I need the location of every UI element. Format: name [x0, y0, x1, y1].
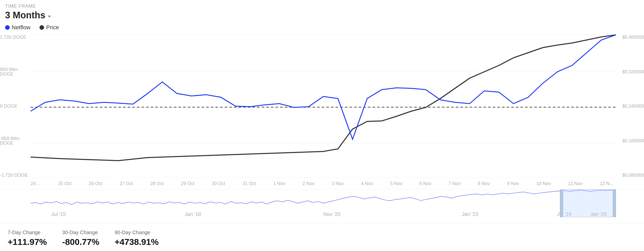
header: TIME FRAME 3 Months ⌄	[0, 4, 644, 22]
legend-item-netflow: Netflow	[5, 24, 30, 31]
x-label-7: 31 Oct	[243, 181, 256, 189]
mini-handle-right[interactable]	[613, 190, 616, 217]
x-label-6: 30 Oct	[212, 181, 225, 189]
main-chart: 1.72b DOGE 859.99m DOGE 0 DOGE -859.99m …	[0, 32, 644, 180]
x-label-14: 7 Nov	[449, 181, 461, 189]
chart-svg-container	[31, 32, 616, 180]
y-label-4: -859.99m DOGE	[0, 136, 31, 145]
svg-text:Jan '23: Jan '23	[462, 211, 478, 217]
y-label-3: 0 DOGE	[0, 104, 31, 108]
svg-text:Jan '18: Jan '18	[185, 211, 201, 217]
legend-item-price: Price	[39, 24, 59, 31]
main-container: TIME FRAME 3 Months ⌄ Netflow Price 1.72…	[0, 0, 644, 251]
timeframe-value-text: 3 Months	[5, 10, 45, 21]
y-label-1: 1.72b DOGE	[0, 35, 31, 39]
timeframe-selector[interactable]: 3 Months ⌄	[5, 10, 639, 21]
price-dot	[39, 25, 44, 30]
y-label-5: -1.72b DOGE	[0, 173, 31, 177]
x-label-15: 8 Nov	[478, 181, 490, 189]
chart-area: 1.72b DOGE 859.99m DOGE 0 DOGE -859.99m …	[0, 32, 644, 223]
x-label-4: 28 Oct	[150, 181, 164, 189]
netflow-dot	[5, 25, 10, 30]
y-label-r5: $0.080000	[616, 173, 644, 177]
mini-handle-left[interactable]	[560, 190, 563, 217]
y-label-2: 859.99m DOGE	[0, 67, 31, 76]
stats-row: 7-Day Change +111.97% 30-Day Change -800…	[0, 223, 644, 251]
mini-range-selector[interactable]	[560, 189, 616, 217]
chart-legend: Netflow Price	[0, 22, 644, 32]
mini-chart-svg-container: Jul '15 Jan '18 Nov '20 Jan '23 Jul '24 …	[31, 189, 616, 217]
x-label-12: 5 Nov	[390, 181, 402, 189]
mini-chart[interactable]: Jul '15 Jan '18 Nov '20 Jan '23 Jul '24 …	[0, 189, 644, 217]
x-label-2: 26 Oct	[89, 181, 102, 189]
x-label-18: 11 Nov	[568, 181, 583, 189]
y-label-r4: $0.160000	[616, 138, 644, 143]
x-label-17: 10 Nov	[536, 181, 551, 189]
svg-text:Jul '15: Jul '15	[51, 211, 66, 217]
price-label: Price	[46, 24, 59, 31]
x-label-5: 29 Oct	[181, 181, 195, 189]
x-label-16: 9 Nov	[507, 181, 519, 189]
x-label-11: 4 Nov	[361, 181, 373, 189]
x-label-13: 6 Nov	[419, 181, 431, 189]
x-axis: 24 ... 25 Oct 26 Oct 27 Oct 28 Oct 29 Oc…	[0, 180, 644, 189]
y-label-r2: $0.320000	[616, 69, 644, 74]
svg-text:Nov '20: Nov '20	[323, 211, 341, 217]
stat-30day: 30-Day Change -800.77%	[62, 230, 99, 247]
y-axis-right: $0.400000 $0.320000 $0.240000 $0.160000 …	[616, 32, 644, 180]
mini-chart-svg: Jul '15 Jan '18 Nov '20 Jan '23 Jul '24 …	[31, 189, 616, 217]
stat-90day-label: 90-Day Change	[115, 230, 159, 235]
x-label-3: 27 Oct	[119, 181, 133, 189]
x-label-8: 1 Nov	[273, 181, 285, 189]
stat-7day: 7-Day Change +111.97%	[8, 230, 47, 247]
x-label-1: 25 Oct	[58, 181, 72, 189]
y-label-r1: $0.400000	[616, 35, 644, 39]
timeframe-label: TIME FRAME	[5, 4, 639, 9]
y-axis-left: 1.72b DOGE 859.99m DOGE 0 DOGE -859.99m …	[0, 32, 31, 180]
x-label-19: 12 N...	[600, 181, 613, 189]
main-chart-svg	[31, 32, 616, 180]
x-label-10: 3 Nov	[332, 181, 344, 189]
x-label-9: 2 Nov	[302, 181, 314, 189]
x-label-0: 24 ...	[31, 181, 41, 189]
chevron-down-icon: ⌄	[47, 12, 51, 19]
stat-30day-value: -800.77%	[62, 237, 99, 247]
netflow-label: Netflow	[12, 24, 30, 31]
stat-90day: 90-Day Change +4738.91%	[115, 230, 159, 247]
y-label-r3: $0.240000	[616, 104, 644, 108]
stat-90day-value: +4738.91%	[115, 237, 159, 247]
stat-7day-value: +111.97%	[8, 237, 47, 247]
stat-7day-label: 7-Day Change	[8, 230, 47, 235]
stat-30day-label: 30-Day Change	[62, 230, 99, 235]
